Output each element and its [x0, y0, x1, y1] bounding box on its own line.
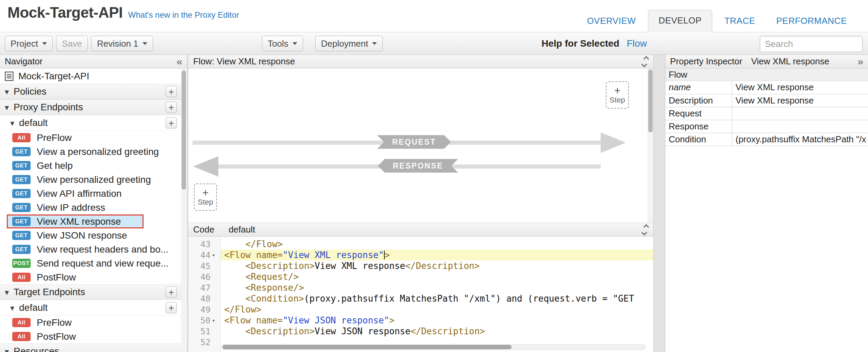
code-line-51[interactable]: 51 <Description>View JSON response</Desc… [188, 326, 653, 337]
search-input[interactable] [760, 36, 863, 52]
nav-section-resources[interactable]: Resources [0, 343, 187, 352]
verb-badge: GET [12, 175, 31, 184]
property-label: Description [665, 94, 732, 107]
app-header: Mock-Target-API What's new in the Proxy … [0, 0, 868, 32]
whats-new-link[interactable]: What's new in the Proxy Editor [128, 10, 239, 20]
step-button-label: Step [198, 198, 213, 207]
flow-canvas-scrollbar[interactable] [648, 68, 653, 223]
code-token: <Description> [224, 261, 315, 271]
flow-item-view-json-response[interactable]: GET View JSON response [0, 228, 187, 242]
flow-canvas-scrollbar-thumb[interactable] [648, 69, 653, 132]
request-arrowhead-icon [601, 132, 626, 153]
section-label: Proxy Endpoints [14, 102, 83, 113]
add-target-flow-button[interactable]: + [166, 302, 177, 313]
flow-item-get-help[interactable]: GET Get help [0, 159, 187, 173]
tab-develop[interactable]: DEVELOP [648, 10, 712, 32]
code-token: View JSON response [315, 326, 411, 336]
fold-icon[interactable]: ▾ [212, 317, 219, 324]
collapse-code-panel-icon[interactable] [642, 224, 649, 236]
flow-label: View JSON response [37, 230, 127, 241]
property-value[interactable]: View XML response [732, 94, 868, 107]
tools-menu-button[interactable]: Tools [262, 36, 303, 51]
flow-editor-panel: Flow: View XML response + Step REQUEST R… [188, 55, 654, 352]
add-policy-button[interactable]: + [166, 86, 177, 97]
add-proxy-flow-button[interactable]: + [166, 117, 177, 128]
nav-section-target-endpoints[interactable]: Target Endpoints + [0, 284, 187, 300]
chevron-down-icon [641, 61, 647, 67]
property-inspector-title: Property Inspector [670, 56, 742, 67]
flow-item-view-personalized-greeting[interactable]: GET View personalized greeting [0, 173, 187, 187]
plus-icon: + [168, 86, 174, 97]
flow-item-postflow[interactable]: All PostFlow [0, 270, 187, 284]
verb-badge: GET [12, 217, 31, 226]
code-line-45[interactable]: 45 <Description>View XML response</Descr… [188, 260, 653, 271]
help-flow-link[interactable]: Flow [627, 38, 647, 49]
save-button[interactable]: Save [56, 36, 88, 51]
flow-panel-title: Flow: View XML response [193, 56, 295, 67]
target-endpoint-default[interactable]: default + [0, 300, 187, 316]
add-proxy-endpoint-button[interactable]: + [166, 102, 177, 113]
fold-icon[interactable]: ▾ [212, 252, 219, 258]
add-step-button-response[interactable]: + Step [194, 183, 217, 211]
main-tabs: OVERVIEW DEVELOP TRACE PERFORMANCE [578, 10, 856, 32]
code-line-48[interactable]: 48 <Condition>(proxy.pathsuffix MatchesP… [188, 293, 653, 304]
deployment-menu-button[interactable]: Deployment [315, 36, 383, 51]
code-horizontal-scrollbar[interactable] [221, 344, 646, 350]
proxy-root-label: Mock-Target-API [18, 71, 89, 82]
flow-item-view-xml-response[interactable]: GET View XML response [7, 214, 144, 228]
nav-section-policies[interactable]: Policies + [0, 84, 187, 99]
proxy-endpoint-default[interactable]: default + [0, 115, 187, 131]
project-menu-button[interactable]: Project [5, 36, 53, 51]
code-line-46[interactable]: 46 <Request/> [188, 271, 653, 282]
code-tab[interactable]: Code [193, 224, 214, 235]
target-flow-item-preflow[interactable]: All PreFlow [0, 316, 187, 330]
navigator-scrollbar-thumb[interactable] [182, 70, 186, 190]
dropdown-caret-icon [293, 42, 297, 45]
plus-icon: + [614, 85, 621, 96]
flow-item-preflow[interactable]: All PreFlow [0, 131, 187, 145]
expand-flow-panel-icon[interactable] [642, 55, 649, 68]
line-number: 50 [200, 316, 211, 325]
nav-section-proxy-endpoints[interactable]: Proxy Endpoints + [0, 99, 187, 115]
code-line-43[interactable]: 43 </Flow> [188, 239, 653, 250]
flow-item-view-ip-address[interactable]: GET View IP address [0, 201, 187, 214]
verb-badge: GET [12, 161, 31, 170]
verb-badge: All [12, 332, 31, 341]
revision-menu-button[interactable]: Revision 1 [91, 36, 153, 51]
verb-badge: All [12, 273, 31, 282]
add-target-endpoint-button[interactable]: + [166, 287, 177, 298]
line-number: 48 [200, 294, 211, 304]
code-line-44[interactable]: 44▾ <Flow name="View XML response"> [188, 250, 653, 260]
code-editor[interactable]: 43 </Flow> 44▾ <Flow name="View XML resp… [188, 237, 653, 352]
flow-label: PostFlow [37, 272, 76, 283]
property-row-condition: Condition (proxy.pathsuffix MatchesPath … [665, 133, 868, 146]
code-line-47[interactable]: 47 <Response/> [188, 282, 653, 293]
proxy-root-item[interactable]: Mock-Target-API [0, 68, 187, 84]
flow-item-view-a-personalized-greeting[interactable]: GET View a personalized greeting [0, 145, 187, 159]
flow-item-view-api-affirmation[interactable]: GET View API affirmation [0, 187, 187, 201]
flow-item-send-request[interactable]: POST Send request and view reque... [0, 256, 187, 270]
flow-label: Send request and view reque... [37, 258, 169, 269]
property-value[interactable] [732, 120, 868, 133]
flow-item-view-request-headers[interactable]: GET View request headers and bo... [0, 242, 187, 256]
flow-label: View XML response [37, 216, 121, 227]
code-file-tab-default[interactable]: default [229, 224, 255, 235]
tab-overview[interactable]: OVERVIEW [578, 11, 645, 32]
save-button-label: Save [62, 38, 82, 49]
flow-label: View API affirmation [37, 188, 122, 199]
code-line-50[interactable]: 50▾ <Flow name="View JSON response"> [188, 315, 653, 326]
code-line-49[interactable]: 49 </Flow> [188, 304, 653, 315]
code-horizontal-scrollbar-thumb[interactable] [222, 345, 512, 349]
flow-label: View a personalized greeting [37, 146, 159, 157]
add-step-button-request[interactable]: + Step [606, 81, 629, 109]
tab-trace[interactable]: TRACE [716, 11, 764, 32]
target-flow-item-postflow[interactable]: All PostFlow [0, 330, 187, 343]
collapse-navigator-button[interactable]: « [177, 57, 182, 67]
tab-performance[interactable]: PERFORMANCE [767, 11, 856, 32]
navigator-scrollbar[interactable] [181, 69, 187, 351]
property-value[interactable]: View XML response [732, 81, 868, 94]
line-number: 45 [200, 261, 211, 271]
expand-inspector-button[interactable]: » [857, 57, 863, 67]
property-value[interactable] [732, 107, 868, 120]
property-value[interactable]: (proxy.pathsuffix MatchesPath "/x [732, 133, 868, 146]
